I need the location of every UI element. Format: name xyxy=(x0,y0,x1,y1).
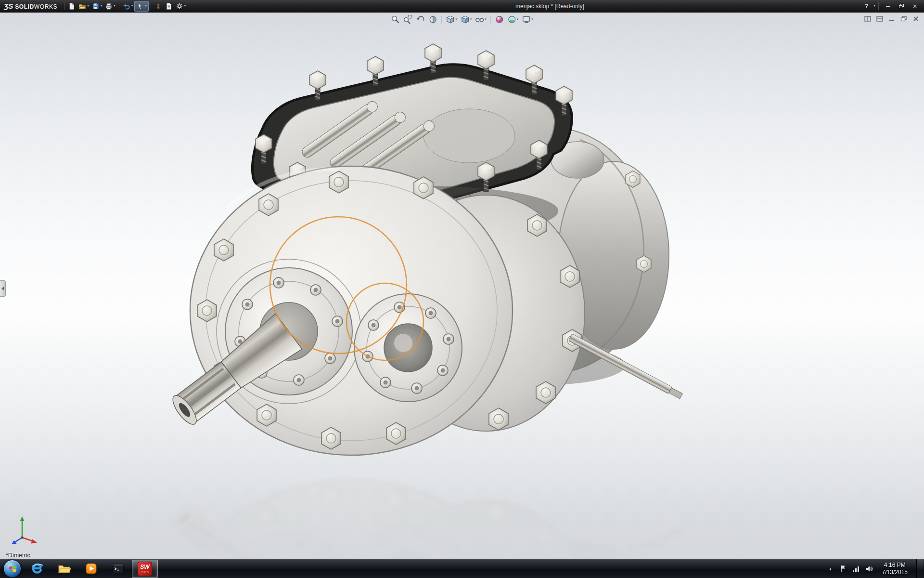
separator xyxy=(878,2,879,10)
titlebar: ƷS SOLIDWORKS ▾ ▾ ▾ ▾ ▾ ▾ menjac sklop *… xyxy=(0,0,924,13)
volume-icon[interactable] xyxy=(865,565,873,573)
separator xyxy=(151,2,151,10)
zoom-to-area-button[interactable] xyxy=(402,14,413,25)
taskbar-explorer-button[interactable] xyxy=(51,560,77,578)
folder-icon xyxy=(58,562,71,575)
brand-solid: SOLID xyxy=(15,3,34,10)
solidworks-icon-year: 2015 xyxy=(141,570,149,574)
dropdown-caret-icon[interactable]: ▾ xyxy=(184,4,186,8)
appearance-ball-icon xyxy=(495,15,504,24)
solidworks-logo: ƷS SOLIDWORKS xyxy=(0,2,62,10)
restore-button[interactable] xyxy=(895,2,908,11)
view-orientation-cube-icon xyxy=(446,15,455,24)
section-view-button[interactable] xyxy=(427,14,438,25)
taskbar-clock[interactable]: 4:16 PM 7/13/2015 xyxy=(878,562,912,576)
apply-scene-icon xyxy=(507,15,516,24)
system-tray: ▴ 4:16 PM 7/13/2015 xyxy=(827,559,924,578)
headsup-view-toolbar: ▾ ▾ ▾ ▾ ▾ xyxy=(390,14,534,25)
split-vertical-icon xyxy=(864,16,871,22)
chevron-left-icon xyxy=(1,287,4,290)
document-window-controls xyxy=(863,15,920,22)
undo-button[interactable]: ▾ xyxy=(121,1,135,12)
print-icon xyxy=(105,2,113,10)
minimize-button[interactable] xyxy=(882,2,894,11)
dropdown-caret-icon[interactable]: ▾ xyxy=(517,18,519,21)
print-button[interactable]: ▾ xyxy=(103,1,117,12)
dropdown-caret-icon[interactable]: ▾ xyxy=(87,4,89,8)
options-button[interactable]: ▾ xyxy=(174,1,188,12)
close-icon: × xyxy=(912,3,917,9)
window-title: menjac sklop * [Read-only] xyxy=(515,3,584,10)
previous-view-icon xyxy=(416,15,425,24)
split-pane-vertical-button[interactable] xyxy=(863,15,872,22)
select-tool-button[interactable]: ▾ xyxy=(134,1,149,12)
doc-minimize-icon xyxy=(888,16,895,22)
solidworks-icon-label: SW xyxy=(140,564,149,570)
save-button[interactable]: ▾ xyxy=(90,1,104,12)
doc-restore-icon xyxy=(900,16,907,22)
ds-logo-icon: ƷS xyxy=(4,2,13,10)
graphics-viewport[interactable]: ▾ ▾ ▾ ▾ ▾ xyxy=(0,13,924,559)
network-icon[interactable] xyxy=(852,565,860,573)
hide-show-items-button[interactable]: ▾ xyxy=(474,14,488,25)
doc-restore-button[interactable] xyxy=(899,15,908,22)
dropdown-caret-icon[interactable]: ▾ xyxy=(145,4,147,8)
split-pane-horizontal-button[interactable] xyxy=(875,15,884,22)
internet-explorer-icon xyxy=(31,562,44,575)
display-style-icon xyxy=(461,15,470,24)
doc-minimize-button[interactable] xyxy=(887,15,896,22)
dropdown-caret-icon[interactable]: ▾ xyxy=(470,18,472,21)
media-player-icon xyxy=(85,562,98,575)
brand-works: WORKS xyxy=(34,3,57,10)
display-style-button[interactable]: ▾ xyxy=(460,14,473,25)
file-properties-button[interactable] xyxy=(164,1,174,12)
edit-appearance-button[interactable] xyxy=(494,14,505,25)
zoom-to-area-icon xyxy=(403,15,412,24)
dropdown-caret-icon[interactable]: ▾ xyxy=(455,18,457,21)
open-button[interactable]: ▾ xyxy=(77,1,90,12)
file-properties-icon xyxy=(165,2,173,10)
clock-time: 4:16 PM xyxy=(882,562,908,568)
rebuild-traffic-light-icon xyxy=(154,2,162,10)
start-button[interactable] xyxy=(3,560,21,578)
restore-icon xyxy=(899,4,904,8)
windows-flag-icon xyxy=(8,564,17,574)
glasses-icon xyxy=(475,15,484,24)
zoom-to-fit-icon xyxy=(391,15,400,24)
split-horizontal-icon xyxy=(876,16,883,22)
zoom-to-fit-button[interactable] xyxy=(390,14,401,25)
show-desktop-button[interactable] xyxy=(916,559,923,578)
dropdown-caret-icon[interactable]: ▾ xyxy=(531,18,533,21)
windows-taskbar: SW 2015 ▴ 4:16 PM 7/13/2015 xyxy=(0,559,924,578)
taskbar-solidworks-button[interactable]: SW 2015 xyxy=(132,560,158,578)
options-gear-icon xyxy=(176,2,183,10)
gearbox-model[interactable] xyxy=(0,13,924,559)
dropdown-caret-icon[interactable]: ▾ xyxy=(485,18,487,21)
rebuild-button[interactable] xyxy=(153,1,164,12)
dropdown-caret-icon[interactable]: ▾ xyxy=(114,4,116,8)
taskbar-command-prompt-button[interactable] xyxy=(105,560,131,578)
dropdown-caret-icon[interactable]: ▾ xyxy=(101,4,103,8)
help-caret-icon[interactable]: ▾ xyxy=(873,4,875,8)
show-hidden-icons-button[interactable]: ▴ xyxy=(827,566,834,571)
view-orientation-label: *Dimetric xyxy=(6,552,30,559)
previous-view-button[interactable] xyxy=(415,14,426,25)
action-center-flag-icon[interactable] xyxy=(839,565,847,573)
help-button[interactable]: ? xyxy=(860,2,873,11)
view-orientation-button[interactable]: ▾ xyxy=(445,14,458,25)
close-button[interactable]: × xyxy=(909,2,921,11)
view-settings-icon xyxy=(522,15,531,24)
bearing-flange[interactable] xyxy=(354,294,462,402)
reference-triad xyxy=(8,514,38,546)
taskbar-media-player-button[interactable] xyxy=(78,560,104,578)
doc-close-button[interactable] xyxy=(911,15,920,22)
featuremanager-flyout-tab[interactable] xyxy=(0,280,6,297)
apply-scene-button[interactable]: ▾ xyxy=(506,14,520,25)
taskbar-internet-explorer-button[interactable] xyxy=(24,560,50,578)
open-folder-icon xyxy=(78,2,86,10)
dropdown-caret-icon[interactable]: ▾ xyxy=(131,4,133,8)
section-view-icon xyxy=(428,15,437,24)
select-cursor-icon xyxy=(136,2,144,10)
view-settings-button[interactable]: ▾ xyxy=(521,14,534,25)
new-document-button[interactable] xyxy=(66,1,77,12)
